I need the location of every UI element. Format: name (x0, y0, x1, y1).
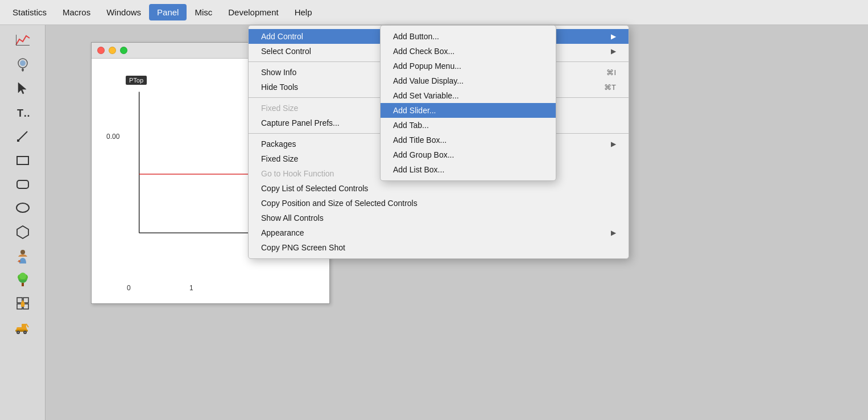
tool-bulldozer[interactable] (10, 316, 36, 338)
tool-person[interactable] (10, 245, 36, 266)
graph-area: PTop 0.00 0 1 (92, 59, 329, 303)
menubar: Statistics Macros Windows Panel Misc Dev… (0, 0, 868, 25)
tool-polygon[interactable] (10, 221, 36, 242)
menu-statistics[interactable]: Statistics (5, 4, 55, 20)
tool-paint[interactable] (10, 53, 36, 75)
canvas-area: PTop 0.00 0 1 (46, 25, 868, 420)
svg-marker-11 (17, 226, 28, 238)
main-area: T… (0, 25, 868, 420)
close-button[interactable] (97, 47, 105, 54)
svg-rect-0 (16, 45, 30, 46)
toolbar: T… (0, 25, 46, 420)
tool-ellipse[interactable] (10, 197, 36, 219)
maximize-button[interactable] (120, 47, 127, 54)
x-axis-1: 1 (189, 284, 193, 292)
svg-point-14 (18, 260, 20, 262)
x-axis-0: 0 (127, 284, 131, 292)
tool-rect[interactable] (10, 149, 36, 171)
tool-rounded-rect[interactable] (10, 173, 36, 195)
svg-rect-7 (17, 139, 19, 142)
svg-text:T…: T… (17, 108, 31, 119)
tool-tree[interactable] (10, 269, 36, 290)
svg-marker-24 (20, 300, 25, 304)
svg-line-6 (18, 131, 27, 141)
menu-help[interactable]: Help (287, 4, 320, 20)
svg-rect-21 (23, 298, 28, 303)
graph-svg (119, 86, 312, 262)
menu-panel[interactable]: Panel (149, 4, 187, 20)
svg-rect-34 (15, 331, 28, 332)
minimize-button[interactable] (109, 47, 116, 54)
svg-point-10 (16, 203, 29, 212)
menu-macros[interactable]: Macros (55, 4, 98, 20)
tool-text[interactable]: T… (10, 101, 36, 123)
svg-rect-1 (16, 35, 16, 46)
menu-development[interactable]: Development (220, 4, 286, 20)
tool-chart[interactable] (10, 30, 36, 51)
svg-point-12 (20, 250, 25, 254)
svg-rect-25 (21, 304, 24, 307)
menu-windows[interactable]: Windows (98, 4, 149, 20)
svg-rect-16 (22, 283, 24, 286)
window-titlebar (92, 43, 329, 59)
svg-line-33 (26, 324, 28, 327)
svg-rect-20 (17, 298, 22, 303)
y-axis-value: 0.00 (106, 133, 119, 141)
svg-rect-9 (17, 180, 28, 188)
svg-rect-32 (22, 324, 26, 328)
svg-rect-8 (17, 157, 28, 164)
tool-layers[interactable] (10, 293, 36, 314)
svg-marker-4 (18, 83, 26, 94)
panel-window: PTop 0.00 0 1 (91, 42, 330, 304)
ptop-label: PTop (126, 76, 147, 85)
tool-cursor[interactable] (10, 77, 36, 99)
svg-point-19 (19, 273, 26, 279)
svg-point-3 (20, 60, 26, 66)
menu-misc[interactable]: Misc (187, 4, 220, 20)
tool-line[interactable] (10, 125, 36, 147)
